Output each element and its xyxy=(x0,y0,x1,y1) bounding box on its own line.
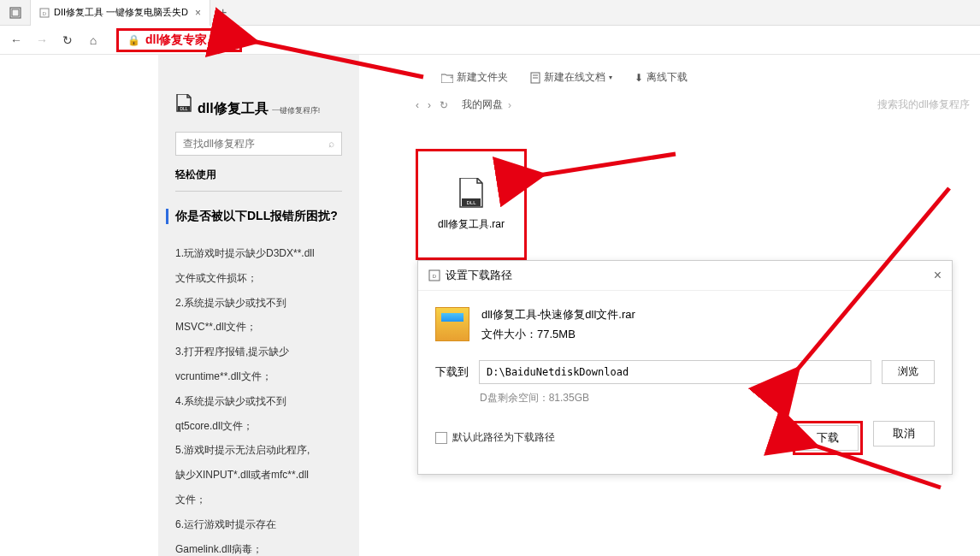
doc-icon xyxy=(530,72,540,84)
cancel-button[interactable]: 取消 xyxy=(873,421,935,447)
browser-tab[interactable]: D DII修复工具 一键修复电脑丢失D × xyxy=(31,0,210,26)
refresh-button[interactable]: ↻ xyxy=(55,27,80,53)
url-highlight-box: 🔒 dll修复专家.site xyxy=(116,28,242,52)
rar-archive-icon xyxy=(435,307,469,341)
logo-subtitle: 一键修复程序! xyxy=(272,105,321,116)
tab-title: DII修复工具 一键修复电脑丢失D xyxy=(54,6,188,19)
sidebar: DLL dll修复工具 一键修复程序! ⌕ 轻松使用 你是否被以下DLL报错所困… xyxy=(158,55,359,556)
back-button[interactable]: ← xyxy=(3,27,29,53)
lock-icon: 🔒 xyxy=(127,34,140,46)
svg-text:DLL: DLL xyxy=(466,200,476,205)
browser-tabs: D DII修复工具 一键修复电脑丢失D × + xyxy=(0,0,980,26)
file-size: 77.5MB xyxy=(537,328,576,340)
cloud-toolbar: + 新建文件夹 新建在线文档 ▾ ⬇ 离线下载 xyxy=(441,70,688,85)
default-path-checkbox[interactable] xyxy=(435,432,447,444)
bc-refresh-icon[interactable]: ↻ xyxy=(440,99,448,111)
list-item: 文件； xyxy=(175,488,342,512)
browser-url-bar: ← → ↻ ⌂ 🔒 dll修复专家.site xyxy=(0,26,980,55)
default-path-label: 默认此路径为下载路径 xyxy=(452,430,555,445)
chevron-down-icon: ▾ xyxy=(609,74,612,81)
dialog-icon: D xyxy=(428,269,440,281)
list-item: vcruntime**.dll文件； xyxy=(175,364,342,389)
dialog-close-button[interactable]: × xyxy=(934,268,942,283)
space-value: 81.35GB xyxy=(549,392,589,404)
offline-download-button[interactable]: ⬇ 离线下载 xyxy=(635,70,688,85)
list-item: 3.打开程序报错,提示缺少 xyxy=(175,340,342,364)
download-highlight: 下载 xyxy=(793,421,863,455)
breadcrumb-path[interactable]: 我的网盘 xyxy=(462,98,503,112)
svg-text:+: + xyxy=(450,74,453,80)
rar-file-icon: DLL xyxy=(458,178,484,209)
close-icon[interactable]: × xyxy=(195,7,201,19)
forward-button[interactable]: → xyxy=(29,27,55,53)
search-input[interactable] xyxy=(183,138,328,150)
list-item: 6.运行游戏时提示存在 xyxy=(175,512,342,537)
list-item: 文件或文件损坏； xyxy=(175,266,342,291)
dialog-file-name: dll修复工具-快速修复dll文件.rar xyxy=(481,305,635,324)
error-list: 1.玩游戏时提示缺少D3DX**.dll 文件或文件损坏； 2.系统提示缺少或找… xyxy=(175,241,342,556)
list-item: 2.系统提示缺少或找不到 xyxy=(175,291,342,316)
bc-back-icon[interactable]: ‹ xyxy=(416,99,419,111)
list-item: qt5core.dll文件； xyxy=(175,414,342,439)
url-text[interactable]: dll修复专家.site xyxy=(145,33,231,48)
folder-plus-icon: + xyxy=(441,73,453,83)
list-item: Gamelink.dll病毒； xyxy=(175,537,342,556)
svg-text:D: D xyxy=(433,274,437,279)
list-item: 5.游戏时提示无法启动此程序, xyxy=(175,438,342,463)
new-folder-button[interactable]: + 新建文件夹 xyxy=(441,70,508,85)
svg-text:D: D xyxy=(43,11,47,16)
download-dialog: D 设置下载路径 × dll修复工具-快速修复dll文件.rar 文件大小：77… xyxy=(417,260,953,475)
svg-rect-1 xyxy=(12,9,19,16)
breadcrumb-row: ‹ › ↻ 我的网盘 › 搜索我的dll修复程序 xyxy=(416,98,970,112)
file-item[interactable]: DLL dll修复工具.rar xyxy=(416,149,527,260)
easy-use-heading: 轻松使用 xyxy=(175,168,342,192)
download-to-label: 下载到 xyxy=(435,364,469,380)
sidebar-search[interactable]: ⌕ xyxy=(175,132,342,156)
main-area: + 新建文件夹 新建在线文档 ▾ ⬇ 离线下载 ‹ › ↻ 我的网盘 › 搜索我… xyxy=(359,55,980,556)
download-icon: ⬇ xyxy=(635,72,643,84)
browse-button[interactable]: 浏览 xyxy=(882,360,935,384)
download-button[interactable]: 下载 xyxy=(797,425,859,451)
list-item: 4.系统提示缺少或找不到 xyxy=(175,389,342,414)
search-icon[interactable]: ⌕ xyxy=(328,138,334,150)
file-size-label: 文件大小： xyxy=(481,328,537,340)
bc-forward-icon[interactable]: › xyxy=(428,99,431,111)
breadcrumb-search[interactable]: 搜索我的dll修复程序 xyxy=(877,98,970,112)
new-doc-button[interactable]: 新建在线文档 ▾ xyxy=(530,70,612,85)
dialog-title: 设置下载路径 xyxy=(446,268,512,283)
home-button[interactable]: ⌂ xyxy=(80,27,106,53)
file-name: dll修复工具.rar xyxy=(438,217,505,232)
list-item: 缺少XINPUT*.dll或者mfc**.dll xyxy=(175,463,342,488)
tab-manager-icon[interactable] xyxy=(0,0,31,26)
svg-text:DLL: DLL xyxy=(180,106,187,111)
list-item: 1.玩游戏时提示缺少D3DX**.dll xyxy=(175,241,342,266)
new-tab-button[interactable]: + xyxy=(210,5,235,21)
download-path-input[interactable] xyxy=(479,360,871,384)
list-item: MSVC**.dll文件； xyxy=(175,315,342,340)
space-label: D盘剩余空间： xyxy=(480,392,549,404)
question-heading: 你是否被以下DLL报错所困扰? xyxy=(166,209,342,224)
logo-title: dll修复工具 xyxy=(198,100,269,118)
dll-logo-icon: DLL xyxy=(175,94,192,113)
